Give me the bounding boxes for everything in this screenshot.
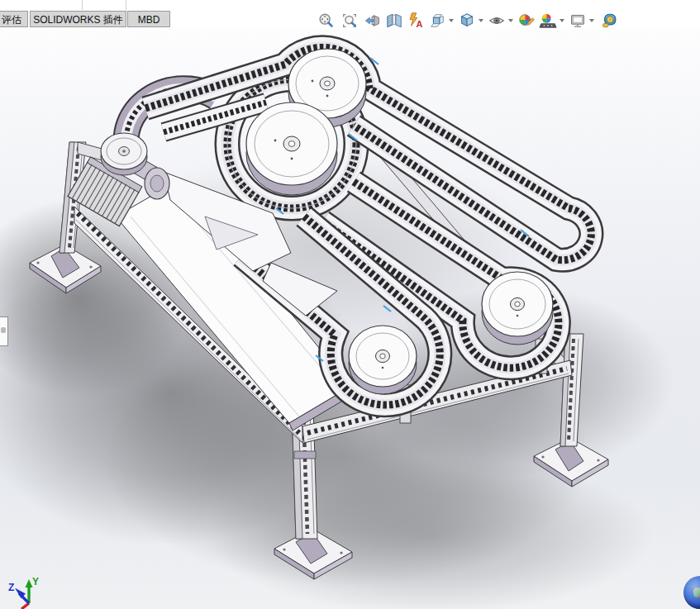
previous-view-icon[interactable]	[363, 11, 383, 31]
zoom-to-area-icon[interactable]	[340, 11, 360, 31]
edit-appearance-icon[interactable]	[517, 11, 536, 31]
graphics-area[interactable]	[0, 27, 700, 609]
dropdown-chevron[interactable]	[477, 11, 484, 31]
view-orientation-icon[interactable]	[427, 11, 447, 31]
tab-evaluate[interactable]: 评估	[0, 11, 28, 27]
ribbon-group-divider	[82, 0, 83, 10]
display-style-icon[interactable]	[457, 11, 477, 31]
flyout-thumb	[1, 327, 6, 333]
tab-solidworks-addins[interactable]: SOLIDWORKS 插件	[30, 11, 126, 27]
dropdown-chevron[interactable]	[558, 11, 565, 31]
hide-show-items-icon[interactable]	[487, 11, 507, 31]
svg-text:A: A	[416, 19, 422, 29]
section-view-icon[interactable]	[384, 11, 404, 31]
apply-scene-icon[interactable]	[538, 11, 558, 31]
dropdown-chevron[interactable]	[507, 11, 514, 31]
triad-z-label: Z	[8, 582, 14, 593]
dropdown-chevron[interactable]	[588, 11, 595, 31]
ribbon-group-divider	[126, 0, 126, 10]
dynamic-annotation-views-icon[interactable]: A	[406, 11, 426, 31]
zoom-to-fit-icon[interactable]	[317, 11, 336, 31]
viewport-3d-model[interactable]	[0, 27, 700, 609]
measure-tape-icon[interactable]	[600, 11, 620, 31]
pulley-disc-right[interactable]	[482, 272, 553, 345]
motor-pulley-disc[interactable]	[101, 133, 147, 175]
orientation-triad: Z Y	[5, 576, 58, 609]
pulley-disc-center[interactable]	[246, 102, 337, 195]
view-settings-icon[interactable]	[568, 11, 588, 31]
triad-y-label: Y	[32, 576, 39, 588]
clipped-flyout-fragment[interactable]	[0, 316, 8, 346]
solidworks-window: { "command_tabs": [ {"label": "评估"}, {"l…	[0, 0, 700, 609]
dropdown-chevron[interactable]	[447, 11, 455, 31]
sphere-reflection	[693, 588, 700, 597]
pulley-disc-bottom[interactable]	[349, 326, 417, 394]
heads-up-view-toolbar: A	[317, 10, 620, 31]
tab-mbd[interactable]: MBD	[127, 11, 170, 27]
